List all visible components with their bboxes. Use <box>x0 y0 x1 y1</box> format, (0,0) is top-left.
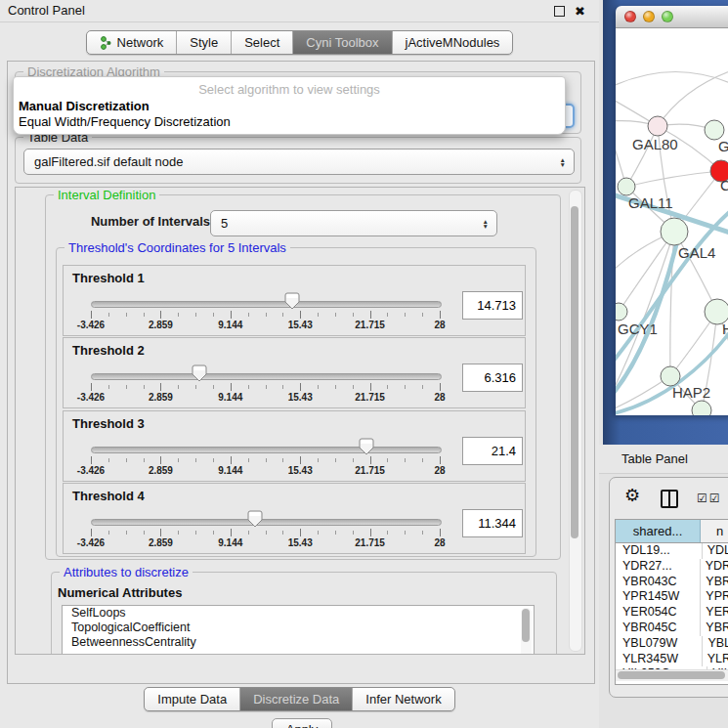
algorithm-option-equal-width-frequency-discretization[interactable]: Equal Width/Frequency Discretization <box>18 114 561 129</box>
tab-cyni-toolbox[interactable]: Cyni Toolbox <box>292 31 391 54</box>
network-edge[interactable] <box>619 232 674 312</box>
tab-jactivemnodules[interactable]: jActiveMNodules <box>392 31 513 54</box>
slider-tick <box>213 313 214 317</box>
interval-definition-group: Interval Definition Number of Intervals … <box>45 194 561 560</box>
zoom-traffic-light[interactable] <box>662 11 673 22</box>
threshold-slider[interactable]: -3.4262.8599.14415.4321.71528 <box>91 338 440 407</box>
list-scrollbar[interactable] <box>521 608 532 655</box>
top-tab-bar: NetworkStyleSelectCyni ToolboxjActiveMNo… <box>86 30 514 55</box>
apply-button[interactable]: Apply <box>272 718 332 728</box>
threshold-slider[interactable]: -3.4262.8599.14415.4321.71528 <box>91 484 440 553</box>
network-node[interactable] <box>616 303 627 321</box>
table-row[interactable]: YBR043CYBR0 <box>616 575 728 590</box>
close-traffic-light[interactable] <box>624 11 636 22</box>
network-node[interactable] <box>661 218 688 245</box>
slider-track[interactable] <box>91 447 442 453</box>
slider-tick-label: 28 <box>434 320 445 330</box>
gear-icon[interactable]: ⚙ <box>624 487 640 504</box>
cell-shared-name[interactable]: YLR345W <box>616 652 703 667</box>
attribute-item-betweennesscentrality[interactable]: BetweennessCentrality <box>63 635 534 650</box>
algorithm-option-manual-discretization[interactable]: Manual Discretization <box>18 99 561 113</box>
network-node[interactable] <box>705 120 724 140</box>
table-data-combobox[interactable]: galFiltered.sif default node ▲▼ <box>23 149 575 175</box>
cell-shared-name[interactable]: YDL19... <box>616 543 703 559</box>
tab-style[interactable]: Style <box>176 31 231 54</box>
float-window-icon[interactable] <box>554 6 565 17</box>
cell-name[interactable]: YLR3 <box>703 652 728 667</box>
slider-track[interactable] <box>91 373 442 380</box>
network-node[interactable] <box>648 116 667 136</box>
cell-shared-name[interactable]: YBR043C <box>616 575 701 590</box>
table-row[interactable]: YBL079WYBL0 <box>616 636 728 652</box>
settings-scrollbar[interactable] <box>569 190 582 652</box>
network-icon <box>100 36 112 50</box>
cell-shared-name[interactable]: YPR145W <box>616 589 701 605</box>
slider-tick-label: 9.144 <box>218 465 242 476</box>
panel-title: Control Panel <box>8 0 85 21</box>
cell-name[interactable]: YDR2 <box>701 559 728 575</box>
cell-name[interactable]: YBR0 <box>701 575 728 590</box>
table-row[interactable]: YBR045CYBR0 <box>616 621 728 636</box>
select-columns-icon[interactable]: ☑☑ <box>697 492 722 505</box>
split-columns-icon[interactable] <box>661 490 678 508</box>
slider-tick-label: 15.43 <box>288 537 313 548</box>
minimize-traffic-light[interactable] <box>643 11 655 22</box>
cell-name[interactable]: YDL1 <box>703 543 728 559</box>
cell-name[interactable]: YBR0 <box>701 621 728 636</box>
slider-tick <box>318 531 319 535</box>
slider-thumb[interactable] <box>359 438 374 455</box>
control-panel: Control Panel ✖ NetworkStyleSelectCyni T… <box>0 0 599 728</box>
threshold-value-field[interactable] <box>462 509 523 537</box>
node-label-h: H <box>722 321 728 337</box>
threshold-value-field[interactable] <box>462 437 523 465</box>
network-node[interactable] <box>661 366 680 386</box>
cell-shared-name[interactable]: YDR27... <box>616 559 701 575</box>
bottom-tab-infer-network[interactable]: Infer Network <box>352 688 453 710</box>
bottom-tab-discretize-data[interactable]: Discretize Data <box>239 688 352 710</box>
threshold-slider[interactable]: -3.4262.8599.14415.4321.71528 <box>91 411 440 481</box>
number-of-intervals-combobox[interactable]: 5 ▲▼ <box>210 210 497 236</box>
table-row[interactable]: YLR345WYLR3 <box>616 652 728 667</box>
threshold-slider[interactable]: -3.4262.8599.14415.4321.71528 <box>91 266 440 335</box>
slider-tick <box>405 531 406 535</box>
slider-track[interactable] <box>91 301 442 308</box>
cell-shared-name[interactable]: YBR045C <box>616 621 701 636</box>
cell-name[interactable]: YPR1 <box>701 589 728 605</box>
network-node[interactable] <box>692 401 711 415</box>
threshold-value-field[interactable] <box>462 291 523 320</box>
tab-network[interactable]: Network <box>87 31 177 54</box>
cell-shared-name[interactable]: YER054C <box>616 605 701 621</box>
threshold-value-field[interactable] <box>462 364 523 392</box>
attribute-item-topologicalcoefficient[interactable]: TopologicalCoefficient <box>63 621 534 635</box>
cell-name[interactable]: YBL0 <box>703 636 728 652</box>
slider-track[interactable] <box>91 519 442 526</box>
slider-thumb[interactable] <box>192 364 207 382</box>
bottom-tab-impute-data[interactable]: Impute Data <box>145 688 239 710</box>
attribute-item-selfloops[interactable]: SelfLoops <box>63 606 534 621</box>
table-row[interactable]: YER054CYER0 <box>616 605 728 621</box>
cell-shared-name[interactable]: YBL079W <box>616 636 703 652</box>
slider-tick <box>422 458 423 462</box>
network-edge[interactable] <box>626 171 721 187</box>
network-window-titlebar[interactable] <box>616 6 728 28</box>
network-canvas[interactable]: GAL80GACGAL11GAL4GCY1HHAP2 <box>616 28 728 415</box>
slider-tick <box>160 311 161 319</box>
tab-select[interactable]: Select <box>231 31 292 54</box>
table-row[interactable]: YDR27...YDR2 <box>616 559 728 575</box>
slider-tick <box>195 458 196 462</box>
column-header-shared-name[interactable]: shared... <box>616 520 701 542</box>
slider-ticks <box>91 456 440 465</box>
close-icon[interactable]: ✖ <box>575 5 585 18</box>
network-node[interactable] <box>618 178 635 195</box>
table-horizontal-scrollbar[interactable] <box>616 669 728 681</box>
table-row[interactable]: YDL19...YDL1 <box>616 543 728 559</box>
slider-thumb[interactable] <box>247 510 263 528</box>
slider-tick <box>282 313 283 317</box>
slider-thumb[interactable] <box>284 292 300 310</box>
slider-tick-label: 2.859 <box>149 465 173 476</box>
slider-tick <box>266 458 267 462</box>
column-header-name[interactable]: n <box>701 520 728 542</box>
slider-tick <box>144 313 145 317</box>
cell-name[interactable]: YER0 <box>701 605 728 621</box>
table-row[interactable]: YPR145WYPR1 <box>616 589 728 605</box>
